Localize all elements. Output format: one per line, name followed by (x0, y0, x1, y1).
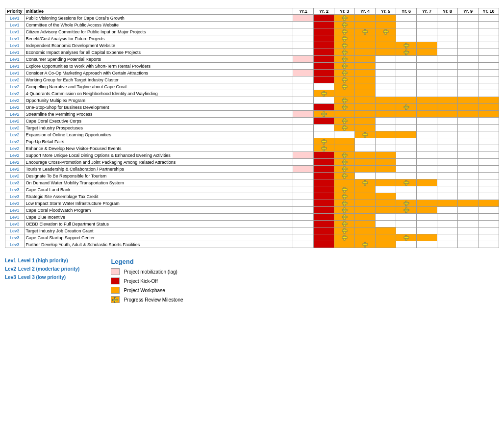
gantt-cell (437, 241, 458, 248)
gantt-cell (396, 104, 417, 111)
gantt-cell (334, 28, 355, 35)
gantt-cell (334, 200, 355, 207)
gantt-cell (437, 97, 458, 104)
gantt-cell (479, 83, 499, 90)
gantt-cell (437, 227, 458, 234)
gantt-cell (376, 159, 396, 166)
table-row: Lev1Public Visioning Sessions for Cape C… (5, 15, 499, 22)
gantt-cell (293, 56, 314, 63)
gantt-cell (334, 214, 355, 221)
initiative-cell: Pop-Up Retail Fairs (24, 138, 293, 145)
gantt-cell (417, 193, 437, 200)
gantt-cell (334, 70, 355, 76)
gantt-cell (479, 214, 499, 221)
milestone-marker (342, 15, 347, 21)
gantt-cell (417, 76, 437, 83)
initiative-cell: Working Group for Each Target Industry C… (24, 76, 293, 83)
milestone-marker (342, 36, 347, 41)
gantt-cell (314, 63, 334, 70)
gantt-cell (293, 152, 314, 159)
initiative-cell: Streamline the Permitting Process (24, 111, 293, 118)
gantt-cell (293, 227, 314, 234)
gantt-cell (437, 76, 458, 83)
table-row: Lev2Streamline the Permitting Process (5, 111, 499, 118)
gantt-cell (376, 83, 396, 90)
legend-color-item: Project mobilization (lag) (111, 268, 183, 275)
gantt-cell (314, 221, 334, 227)
gantt-cell (458, 173, 479, 179)
table-row: Lev1Consider A Co-Op Marketing Approach … (5, 70, 499, 76)
gantt-cell (355, 125, 376, 131)
col-header-initiative: Initiative (24, 8, 293, 15)
gantt-cell (376, 166, 396, 173)
gantt-cell (396, 138, 417, 145)
initiative-cell: Committee of the Whole Public Access Web… (24, 22, 293, 28)
priority-cell: Lev1 (5, 22, 25, 28)
gantt-cell (437, 28, 458, 35)
gantt-cell (293, 83, 314, 90)
gantt-cell (396, 28, 417, 35)
gantt-cell (437, 152, 458, 159)
milestone-marker (403, 207, 409, 213)
legend-color-box (111, 278, 120, 284)
initiative-cell: Consider A Co-Op Marketing Approach with… (24, 70, 293, 76)
milestone-marker (342, 104, 347, 110)
table-row: Lev3OEBD Elevation to Full Department St… (5, 221, 499, 227)
milestone-marker (342, 22, 347, 27)
gantt-cell (458, 227, 479, 234)
milestone-marker (362, 29, 368, 34)
gantt-cell (314, 207, 334, 214)
gantt-cell (479, 35, 499, 42)
milestone-marker (342, 63, 347, 69)
priority-cell: Lev1 (5, 49, 25, 56)
table-row: Lev2Encourage Cross-Promotion and Joint … (5, 159, 499, 166)
initiative-cell: Cape Blue Incentive (24, 214, 293, 221)
gantt-cell (314, 131, 334, 138)
gantt-cell (396, 145, 417, 152)
priority-cell: Lev2 (5, 83, 25, 90)
milestone-marker (321, 111, 327, 117)
gantt-cell (314, 97, 334, 104)
gantt-cell (334, 90, 355, 97)
milestone-marker (342, 50, 347, 55)
gantt-cell (376, 111, 396, 118)
gantt-cell (314, 42, 334, 49)
gantt-cell (458, 234, 479, 241)
level-key: Lev1 (5, 258, 16, 263)
table-row: Lev2Pop-Up Retail Fairs (5, 138, 499, 145)
col-header-yr4: Yr. 4 (355, 8, 376, 15)
gantt-cell (479, 186, 499, 193)
gantt-cell (437, 56, 458, 63)
gantt-cell (314, 76, 334, 83)
milestone-marker (403, 104, 409, 110)
gantt-cell (376, 104, 396, 111)
initiative-cell: Further Develop Youth, Adult & Scholasti… (24, 241, 293, 248)
gantt-cell (314, 125, 334, 131)
gantt-cell (479, 70, 499, 76)
col-header-yr8: Yr. 8 (437, 8, 458, 15)
gantt-cell (417, 173, 437, 179)
gantt-cell (376, 125, 396, 131)
gantt-cell (376, 227, 396, 234)
gantt-cell (376, 186, 396, 193)
gantt-cell (458, 145, 479, 152)
gantt-cell (437, 221, 458, 227)
gantt-cell (437, 234, 458, 241)
table-row: Lev2Tourism Leadership & Collaboration /… (5, 166, 499, 173)
priority-cell: Lev1 (5, 42, 25, 49)
gantt-cell (293, 76, 314, 83)
priority-cell: Lev3 (5, 227, 25, 234)
gantt-cell (376, 56, 396, 63)
gantt-cell (458, 241, 479, 248)
gantt-cell (355, 241, 376, 248)
gantt-cell (437, 15, 458, 22)
milestone-marker (321, 91, 327, 96)
gantt-table-container: Priority Initiative Yr.1 Yr. 2 Yr. 3 Yr.… (5, 8, 499, 248)
gantt-cell (355, 152, 376, 159)
gantt-cell (479, 28, 499, 35)
milestone-marker (403, 235, 409, 240)
gantt-cell (458, 221, 479, 227)
milestone-marker (342, 29, 347, 34)
priority-cell: Lev2 (5, 97, 25, 104)
gantt-cell (417, 159, 437, 166)
